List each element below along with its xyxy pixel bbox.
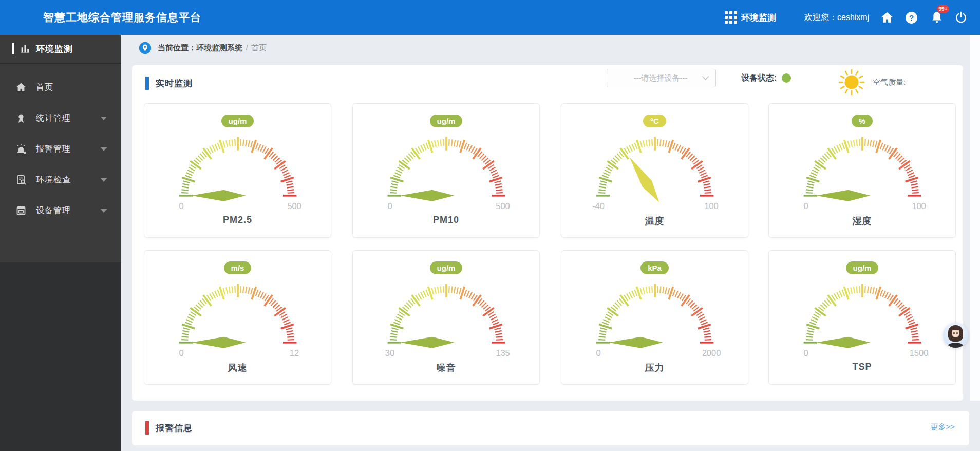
top-header: 智慧工地综合管理服务信息平台 环境监测 欢迎您：ceshixmj ? 99+ [0,0,980,35]
breadcrumb-current[interactable]: 首页 [251,43,267,52]
blue-accent-bar [145,77,149,90]
chevron-down-icon [101,147,107,151]
gauge-unit-badge: ug/m [221,115,254,127]
sidebar-item-device[interactable]: 设备管理 [0,195,121,226]
device-select[interactable]: ---请选择设备--- [607,69,716,87]
svg-text:?: ? [909,13,914,22]
gauge-title: 风速 [228,362,248,374]
gauge-min-label: 0 [179,348,183,358]
status-dot [782,73,791,83]
chevron-down-icon [702,76,709,81]
air-quality: 空气质量: [838,65,906,99]
sidebar-item-stats[interactable]: 统计管理 [0,103,121,134]
device-status: 设备状态: [741,69,791,87]
stats-icon [15,112,27,124]
gauge-title: 噪音 [437,362,456,374]
welcome-text: 欢迎您：ceshixmj [804,0,869,35]
grid-menu-icon [725,11,737,24]
red-accent-bar [145,421,149,435]
app-title: 智慧工地综合管理服务信息平台 [43,0,201,35]
device-status-label: 设备状态: [741,73,777,84]
gauge-unit-badge: °C [643,115,666,127]
realtime-monitor-panel: 实时监测 ---请选择设备--- 设备状态: 空气质量: ug/m0500PM2… [132,65,963,401]
gauge-needle [191,337,246,348]
sidebar-item-label: 设备管理 [36,205,71,216]
gauge-unit-badge: % [852,115,873,127]
chevron-down-icon [101,209,107,213]
bar-chart-icon [20,43,31,54]
username: ceshixmj [837,13,869,22]
gauge-title: 湿度 [853,215,872,227]
notification-badge: 99+ [937,5,949,13]
device-icon [15,205,27,216]
app-switcher-label: 环境监测 [741,12,776,24]
power-icon [954,11,968,24]
gauge-title: 压力 [645,362,665,374]
gauge-card-humidity: %0100湿度 [768,103,956,238]
gauge-chart-tsp: 01500 [778,276,947,361]
question-icon: ? [905,11,918,24]
help-button[interactable]: ? [905,0,918,35]
gauge-needle [400,190,454,201]
sidebar-item-label: 统计管理 [36,113,71,124]
gauge-card-tsp: ug/m01500TSP [768,250,956,385]
avatar-fringe [951,327,960,330]
gauge-needle [629,157,659,202]
device-select-placeholder: ---请选择设备--- [619,73,702,83]
monitor-section-title: 实时监测 [145,77,193,90]
gauge-title: TSP [852,362,872,372]
gauge-max-label: 100 [912,201,926,211]
gauge-title: 温度 [645,215,665,227]
gauge-needle [400,337,454,348]
sidebar-menu: 首页统计管理报警管理环境检查设备管理 [0,72,121,226]
chevron-down-icon [101,117,107,120]
gauge-chart-temperature: -40100 [570,129,740,214]
alarm-more-link[interactable]: 更多>> [930,422,955,432]
gauge-max-label: 1500 [909,348,928,358]
avatar-eye [953,332,955,334]
gauge-chart-pm2-5: 0500 [153,129,323,214]
gauge-card-noise: ug/m30135噪音 [352,250,540,385]
alarm-panel: 报警信息 更多>> [132,411,969,445]
gauge-unit-badge: m/s [224,261,252,274]
gauge-needle [816,190,870,201]
assistant-avatar[interactable] [943,323,968,348]
gauge-chart-noise: 30135 [362,276,531,361]
location-pin-icon [139,42,152,54]
gauge-unit-badge: kPa [640,261,669,274]
breadcrumb-separator: / [246,43,248,52]
sun-icon [838,68,865,96]
home-icon [15,82,27,93]
scrollbar[interactable] [970,35,980,401]
avatar-eye [956,332,958,334]
sidebar-accent-bar [12,43,14,54]
gauge-needle [191,190,246,201]
gauge-chart-wind-speed: 012 [153,276,323,361]
alarm-section-title: 报警信息 [145,421,193,435]
gauge-card-temperature: °C-40100温度 [561,103,748,238]
gauge-needle [608,337,663,348]
gauge-min-label: 0 [387,201,392,211]
sidebar-item-inspection[interactable]: 环境检查 [0,164,121,195]
gauge-unit-badge: ug/m [430,261,463,274]
gauge-chart-humidity: 0100 [778,129,947,214]
sidebar-item-label: 环境检查 [36,175,71,185]
logout-button[interactable] [954,0,968,35]
home-button[interactable] [880,0,894,35]
gauge-min-label: -40 [592,201,605,211]
breadcrumb-system: 环境监测系统 [196,43,242,52]
sidebar-header: 环境监测 [0,35,121,64]
sidebar-item-alarm[interactable]: 报警管理 [0,134,121,164]
gauge-min-label: 0 [596,348,600,358]
gauge-card-pressure: kPa02000压力 [561,250,748,385]
app-switcher[interactable]: 环境监测 [725,0,776,35]
chevron-down-icon [101,178,107,182]
gauge-min-label: 0 [803,348,808,358]
gauge-min-label: 0 [179,201,183,211]
gauge-max-label: 500 [496,201,510,211]
sidebar-item-home[interactable]: 首页 [0,72,121,103]
gauge-max-label: 100 [704,201,719,211]
sidebar-lower-area [0,262,121,451]
gauge-card-pm2-5: ug/m0500PM2.5 [144,103,331,238]
gauge-max-label: 12 [289,348,298,358]
